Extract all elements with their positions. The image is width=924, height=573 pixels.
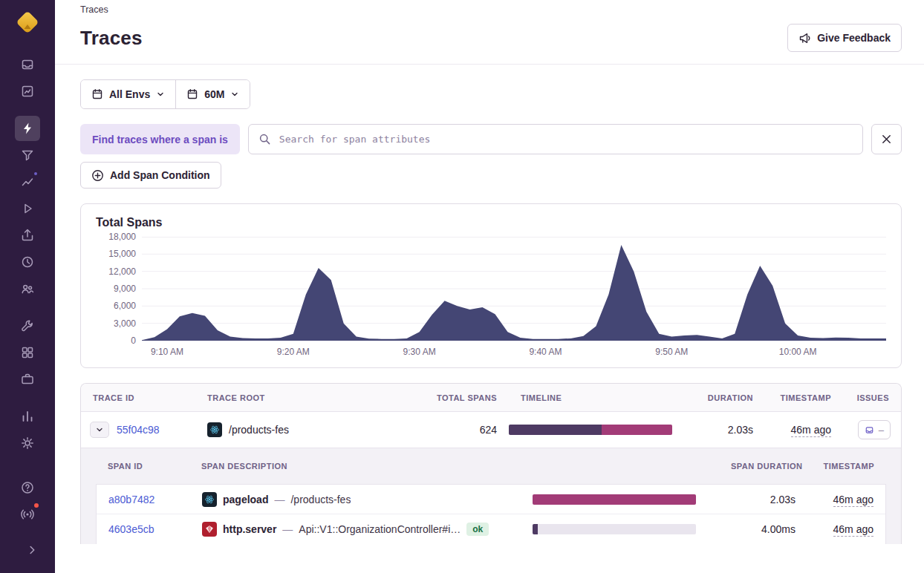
separator: —	[274, 494, 284, 505]
sidebar-item-teams[interactable]	[15, 276, 40, 301]
span-duration: 4.00ms	[718, 523, 807, 535]
traces-icon	[20, 121, 35, 136]
notification-dot-red	[33, 502, 40, 509]
teams-icon	[20, 281, 35, 296]
sidebar-collapse-toggle[interactable]	[19, 537, 45, 563]
sidebar-item-settings[interactable]	[15, 430, 40, 456]
react-project-icon	[207, 422, 222, 437]
sidebar-item-traces[interactable]	[15, 116, 40, 141]
environment-filter-label: All Envs	[109, 88, 150, 100]
trace-spans-panel: SPAN ID SPAN DESCRIPTION SPAN DURATION T…	[81, 448, 901, 544]
sidebar-item-stats[interactable]	[15, 169, 40, 194]
sentry-logo-icon	[14, 9, 41, 36]
span-search-row: Find traces where a span is	[80, 124, 902, 154]
sidebar-item-funnel[interactable]	[15, 143, 40, 168]
trace-root-label: /products-fes	[229, 424, 289, 436]
content: All Envs 60M Find traces where a span is	[55, 65, 924, 573]
sidebar-item-usage-stats[interactable]	[15, 404, 40, 429]
time-range-filter-button[interactable]: 60M	[175, 80, 250, 108]
col-span-id: SPAN ID	[96, 462, 189, 471]
circle-plus-icon	[91, 169, 104, 182]
span-duration: 2.03s	[718, 494, 807, 505]
col-span-description: SPAN DESCRIPTION	[189, 462, 533, 471]
search-icon	[258, 133, 271, 145]
environment-filter-button[interactable]: All Envs	[81, 80, 175, 108]
sidebar-item-history[interactable]	[15, 249, 40, 275]
bar-chart-icon	[20, 409, 35, 424]
ruby-project-icon	[202, 522, 217, 537]
chart-title: Total Spans	[96, 216, 886, 229]
page-title: Traces	[80, 27, 143, 50]
span-id-link[interactable]: 4603e5cb	[108, 523, 154, 535]
span-search-box[interactable]	[248, 124, 863, 154]
col-total-spans: TOTAL SPANS	[420, 393, 509, 402]
sidebar-item-issues[interactable]	[15, 52, 40, 77]
close-icon	[881, 134, 892, 145]
collapse-trace-button[interactable]	[90, 422, 109, 438]
settings-gear-icon	[20, 436, 35, 451]
sidebar-item-components[interactable]	[15, 340, 40, 365]
add-span-condition-button[interactable]: Add Span Condition	[80, 162, 221, 189]
sidebar-item-replays[interactable]	[15, 196, 40, 221]
span-timeline-bar	[533, 524, 696, 534]
trace-duration: 2.03s	[694, 424, 765, 436]
breadcrumb[interactable]: Traces	[80, 4, 902, 15]
filter-group: All Envs 60M	[80, 79, 250, 109]
page-header: Traces Traces Give Feedback	[55, 0, 924, 65]
environment-icon	[91, 88, 103, 100]
main-area: Traces Traces Give Feedback All Envs 60M	[55, 0, 924, 573]
sidebar-item-releases[interactable]	[15, 223, 40, 248]
span-row: a80b7482 pageload — /products-fes	[97, 485, 885, 514]
span-timestamp[interactable]: 46m ago	[833, 494, 873, 507]
col-trace-id: TRACE ID	[81, 393, 195, 402]
expand-chevron-icon	[25, 543, 39, 557]
chart-plot	[142, 237, 886, 341]
span-table-body: a80b7482 pageload — /products-fes	[96, 484, 886, 544]
history-clock-icon	[20, 255, 35, 269]
sentry-logo[interactable]	[14, 9, 41, 36]
trace-timestamp[interactable]: 46m ago	[791, 424, 831, 437]
issues-icon	[20, 57, 35, 72]
chevron-down-icon	[230, 90, 239, 99]
issues-count: –	[879, 425, 884, 436]
give-feedback-button[interactable]: Give Feedback	[787, 24, 902, 52]
chart-x-axis: 9:10 AM9:20 AM9:30 AM9:40 AM9:50 AM10:00…	[142, 341, 886, 358]
calendar-icon	[186, 88, 198, 100]
react-project-icon	[202, 492, 217, 507]
col-issues: ISSUES	[843, 393, 901, 402]
feedback-label: Give Feedback	[817, 32, 891, 44]
sidebar-item-projects[interactable]	[15, 367, 40, 392]
help-icon	[20, 480, 35, 495]
span-row: 4603e5cb http.server — Api::V1::Organiza…	[97, 514, 885, 544]
col-timeline: TIMELINE	[509, 393, 694, 402]
sidebar-item-explore[interactable]	[15, 79, 40, 104]
sidebar-item-broadcasts[interactable]	[15, 502, 40, 527]
explore-icon	[20, 84, 35, 99]
span-status-badge: ok	[466, 523, 489, 536]
span-timestamp[interactable]: 46m ago	[833, 523, 873, 537]
trace-id-link[interactable]: 55f04c98	[117, 424, 160, 436]
chart-y-axis: 03,0006,0009,00012,00015,00018,000	[96, 237, 142, 341]
span-timeline-bar	[533, 494, 696, 505]
replays-icon	[20, 201, 35, 216]
span-op: pageload	[223, 494, 268, 505]
trace-row: 55f04c98 /products-fes 624 2.03s 46m ago	[81, 412, 901, 448]
chevron-down-icon	[95, 425, 104, 434]
col-span-duration: SPAN DURATION	[719, 462, 808, 471]
traces-table-header: TRACE ID TRACE ROOT TOTAL SPANS TIMELINE…	[81, 384, 901, 412]
sidebar-item-help[interactable]	[15, 475, 40, 500]
integrations-icon	[20, 318, 35, 333]
broadcast-icon	[20, 507, 35, 522]
span-table-header: SPAN ID SPAN DESCRIPTION SPAN DURATION T…	[96, 448, 886, 484]
span-id-link[interactable]: a80b7482	[108, 494, 154, 505]
traces-table: TRACE ID TRACE ROOT TOTAL SPANS TIMELINE…	[80, 383, 902, 544]
clear-search-button[interactable]	[871, 124, 902, 154]
components-icon	[20, 345, 35, 360]
sidebar-item-integrations[interactable]	[15, 313, 40, 338]
trace-timeline-bar	[509, 425, 672, 435]
chevron-down-icon	[156, 90, 165, 99]
span-search-input[interactable]	[278, 133, 853, 145]
issues-pill[interactable]: –	[858, 420, 891, 439]
megaphone-icon	[798, 32, 811, 45]
funnel-icon	[20, 148, 35, 163]
